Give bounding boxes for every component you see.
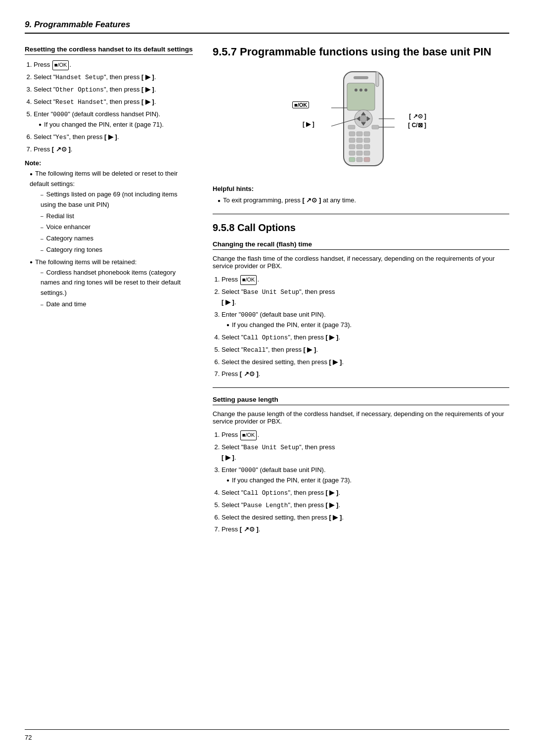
svg-rect-27: [376, 72, 379, 87]
pause-step3-bullets: If you changed the PIN, enter it (page 7…: [222, 475, 509, 486]
menu-ok-icon-1: ■/OK: [52, 60, 69, 70]
svg-rect-20: [364, 144, 370, 149]
pin-code-3: 0000: [241, 467, 256, 474]
recall-code: Recall: [243, 347, 266, 354]
svg-rect-19: [356, 144, 362, 149]
pause-step-2: Select "Base Unit Setup", then press [ ▶…: [222, 442, 509, 463]
divider-1: [213, 214, 509, 214]
recall-step-3: Enter "0000" (default base unit PIN). If…: [222, 310, 509, 331]
pin-code-1: 0000: [53, 111, 68, 118]
svg-rect-24: [349, 157, 355, 162]
reset-step-5: Enter "0000" (default cordless handset P…: [34, 109, 193, 130]
reset-step-3: Select "Other Options", then press [ ▶ ]…: [34, 85, 193, 95]
pin-code-2: 0000: [241, 312, 256, 319]
reset-section-heading: Resetting the cordless handset to its de…: [25, 46, 193, 55]
step5-bullet-1: If you changed the PIN, enter it (page 7…: [39, 120, 193, 130]
reset-step-7: Press [ ↗⊙ ].: [34, 144, 193, 155]
pause-step-6: Select the desired setting, then press […: [222, 513, 509, 523]
recall-step-6: Select the desired setting, then press […: [222, 357, 509, 368]
off-hook-label: [ ↗⊙ ]: [409, 113, 426, 120]
recall-step-7: Press [ ↗⊙ ].: [222, 369, 509, 379]
menu-ok-label: ■/OK: [292, 101, 310, 108]
recall-step-5: Select "Recall", then press [ ▶ ].: [222, 345, 509, 355]
svg-rect-16: [356, 138, 362, 142]
deleted-item-1: Settings listed on page 69 (not includin…: [41, 189, 193, 210]
pause-length-code: Pause Length: [243, 502, 288, 509]
svg-rect-15: [349, 138, 355, 142]
pause-step-5: Select "Pause Length", then press [ ▶ ].: [222, 500, 509, 511]
svg-rect-2: [347, 83, 375, 110]
svg-rect-25: [356, 157, 362, 162]
svg-point-11: [360, 115, 367, 122]
recall-step3-bullet: If you changed the PIN, enter it (page 7…: [226, 320, 509, 331]
handset-setup-code: Handset Setup: [55, 74, 104, 81]
svg-rect-1: [354, 76, 368, 79]
retained-item-1: Cordless handset phonebook items (catego…: [41, 268, 193, 298]
svg-point-5: [364, 89, 367, 92]
retained-items-list: Cordless handset phonebook items (catego…: [30, 268, 193, 310]
changing-recall-intro: Change the flash time of the cordless ha…: [213, 255, 509, 270]
divider-2: [213, 387, 509, 388]
section-957-title: 9.5.7 Programmable functions using the b…: [213, 46, 509, 58]
menu-ok-icon-3: ■/OK: [240, 430, 257, 440]
call-options-code-1: Call Options: [243, 334, 288, 341]
pause-step-1: Press ■/OK.: [222, 430, 509, 440]
call-options-code-2: Call Options: [243, 490, 288, 497]
note-label: Note:: [25, 159, 193, 167]
deleted-item-5: Category ring tones: [41, 245, 193, 255]
svg-rect-29: [372, 125, 379, 129]
page-footer: 72: [25, 729, 509, 741]
page-number: 72: [25, 734, 32, 741]
retained-item-2: Date and time: [41, 299, 193, 310]
phone-image-area: ■/OK [ ▶ ] [ ↗⊙ ] [ C/⊠ ]: [213, 67, 509, 176]
cancel-label: [ C/⊠ ]: [408, 122, 426, 129]
other-options-code: Other Options: [55, 87, 104, 94]
phone-svg: [321, 69, 400, 173]
pause-step-3: Enter "0000" (default base unit PIN). If…: [222, 465, 509, 486]
svg-rect-13: [356, 132, 362, 136]
yes-code: Yes: [55, 134, 67, 141]
reset-step-1: Press ■/OK.: [34, 60, 193, 70]
note-bullet-2: The following items will be retained: Co…: [30, 257, 193, 310]
changing-recall-steps: Press ■/OK. Select "Base Unit Setup", th…: [213, 275, 509, 379]
deleted-item-2: Redial list: [41, 211, 193, 222]
helpful-hint-1: To exit programming, press [ ↗⊙ ] at any…: [218, 195, 509, 206]
setting-pause-heading: Setting pause length: [213, 396, 509, 405]
setting-pause-steps: Press ■/OK. Select "Base Unit Setup", th…: [213, 430, 509, 535]
note-bullet-1: The following items will be deleted or r…: [30, 169, 193, 255]
recall-step-4: Select "Call Options", then press [ ▶ ].: [222, 332, 509, 343]
recall-step3-bullets: If you changed the PIN, enter it (page 7…: [222, 320, 509, 331]
two-col-layout: Resetting the cordless handset to its de…: [25, 46, 509, 537]
reset-step-6: Select "Yes", then press [ ▶ ].: [34, 132, 193, 142]
pause-step3-bullet: If you changed the PIN, enter it (page 7…: [226, 475, 509, 486]
base-unit-setup-code-2: Base Unit Setup: [243, 444, 299, 451]
reset-steps-list: Press ■/OK. Select "Handset Setup", then…: [25, 60, 193, 154]
right-arrow-label: [ ▶ ]: [303, 121, 314, 128]
svg-rect-12: [349, 132, 355, 136]
svg-rect-22: [356, 151, 362, 155]
reset-handset-code: Reset Handset: [55, 99, 104, 106]
pause-step-4: Select "Call Options", then press [ ▶ ].: [222, 488, 509, 498]
right-column: 9.5.7 Programmable functions using the b…: [213, 46, 509, 537]
setting-pause-intro: Change the pause length of the cordless …: [213, 410, 509, 425]
chapter-title: 9. Programmable Features: [25, 20, 509, 30]
page-container: 9. Programmable Features Resetting the c…: [0, 0, 534, 756]
recall-step-1: Press ■/OK.: [222, 275, 509, 285]
phone-diagram: ■/OK [ ▶ ] [ ↗⊙ ] [ C/⊠ ]: [321, 69, 400, 175]
step5-bullets: If you changed the PIN, enter it (page 7…: [34, 120, 193, 130]
changing-recall-heading: Changing the recall (flash) time: [213, 240, 509, 250]
recall-step-2: Select "Base Unit Setup", then press [ ▶…: [222, 287, 509, 308]
helpful-hints-bullets: To exit programming, press [ ↗⊙ ] at any…: [213, 195, 509, 206]
reset-step-4: Select "Reset Handset", then press [ ▶ ]…: [34, 97, 193, 107]
svg-rect-23: [364, 151, 370, 155]
svg-rect-17: [364, 138, 370, 142]
deleted-item-4: Category names: [41, 234, 193, 244]
menu-ok-bracket: ■/OK: [292, 101, 309, 108]
base-unit-setup-code-1: Base Unit Setup: [243, 289, 299, 296]
svg-point-4: [359, 89, 362, 92]
svg-rect-14: [364, 132, 370, 136]
svg-point-3: [355, 89, 357, 92]
deleted-items-list: Settings listed on page 69 (not includin…: [30, 189, 193, 255]
note-bullets: The following items will be deleted or r…: [25, 169, 193, 309]
svg-rect-26: [364, 157, 370, 162]
